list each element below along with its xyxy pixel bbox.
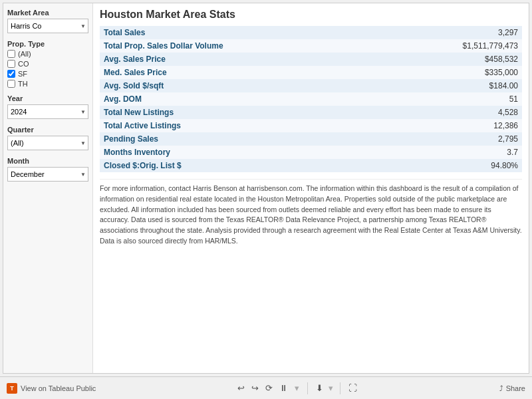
toolbar-left: T View on Tableau Public [7, 383, 96, 394]
stat-value: 94.80% [396, 159, 523, 172]
prop-type-sf-row[interactable]: SF [7, 70, 88, 78]
main-area: Market Area Harris Co Fort Bend Montgome… [3, 3, 529, 374]
stat-label: Total New Listings [100, 106, 396, 119]
prop-type-th-checkbox[interactable] [7, 80, 15, 88]
table-row: Avg. DOM51 [100, 92, 522, 106]
prop-type-sf-label: SF [18, 70, 27, 78]
share-icon: ⤴ [499, 384, 503, 392]
tableau-logo-icon: T [7, 383, 17, 394]
table-row: Total New Listings4,528 [100, 106, 522, 119]
stat-value: 2,795 [396, 132, 523, 146]
toolbar-right: ⤴ Share [499, 384, 525, 392]
stat-value: $335,000 [396, 66, 523, 79]
table-row: Pending Sales2,795 [100, 132, 522, 146]
view-on-tableau-link[interactable]: T View on Tableau Public [7, 383, 96, 394]
stat-label: Avg. Sold $/sqft [100, 79, 396, 92]
quarter-section: Quarter (All) Q1 Q2 Q3 Q4 [7, 126, 88, 150]
stat-value: 51 [396, 92, 523, 106]
page-title: Houston Market Area Stats [100, 9, 522, 21]
table-row: Avg. Sales Price$458,532 [100, 53, 522, 66]
prop-type-section: Prop. Type (All) CO SF [7, 40, 88, 88]
table-row: Closed $:Orig. List $94.80% [100, 159, 522, 172]
quarter-select[interactable]: (All) Q1 Q2 Q3 Q4 [7, 136, 88, 150]
quarter-dropdown-wrapper: (All) Q1 Q2 Q3 Q4 [7, 136, 88, 150]
stat-value: $184.00 [396, 79, 523, 92]
stats-table: Total Sales3,297Total Prop. Sales Dollar… [100, 26, 522, 172]
month-section: Month January February March April May J… [7, 157, 88, 182]
month-dropdown-wrapper: January February March April May June Ju… [7, 167, 88, 182]
prop-type-co-label: CO [18, 60, 29, 68]
undo-button[interactable]: ↩ [236, 382, 246, 394]
table-row: Total Prop. Sales Dollar Volume$1,511,77… [100, 39, 522, 53]
download-button[interactable]: ⬇ [315, 382, 325, 394]
sidebar: Market Area Harris Co Fort Bend Montgome… [3, 3, 93, 373]
redo-button[interactable]: ↪ [250, 382, 260, 394]
stat-value: 4,528 [396, 106, 523, 119]
prop-type-co-checkbox[interactable] [7, 60, 15, 68]
market-area-label: Market Area [7, 9, 88, 17]
disclaimer-text: For more information, contact Harris Ben… [100, 179, 522, 247]
fullscreen-button[interactable]: ⛶ [347, 382, 358, 394]
prop-type-all-checkbox[interactable] [7, 50, 15, 58]
main-content: Houston Market Area Stats Total Sales3,2… [93, 3, 529, 373]
stat-value: $458,532 [396, 53, 523, 66]
quarter-label: Quarter [7, 126, 88, 134]
stat-value: 3.7 [396, 146, 523, 159]
stat-label: Med. Sales Price [100, 66, 396, 79]
stat-label: Total Active Listings [100, 119, 396, 132]
app-container: Market Area Harris Co Fort Bend Montgome… [0, 0, 532, 399]
table-row: Total Active Listings12,386 [100, 119, 522, 132]
prop-type-th-row[interactable]: TH [7, 80, 88, 88]
stat-label: Closed $:Orig. List $ [100, 159, 396, 172]
year-section: Year 2024 2023 2022 2021 [7, 94, 88, 119]
share-label: Share [506, 384, 525, 392]
month-label: Month [7, 157, 88, 165]
stat-value: 3,297 [396, 26, 523, 39]
prop-type-all-label: (All) [18, 50, 31, 58]
month-select[interactable]: January February March April May June Ju… [7, 167, 88, 182]
prop-type-co-row[interactable]: CO [7, 60, 88, 68]
table-row: Med. Sales Price$335,000 [100, 66, 522, 79]
toolbar-divider-2 [340, 382, 340, 394]
stat-value: $1,511,779,473 [396, 39, 523, 53]
prop-type-th-label: TH [18, 80, 28, 88]
stat-label: Total Prop. Sales Dollar Volume [100, 39, 396, 53]
bottom-toolbar: T View on Tableau Public ↩ ↪ ⟳ ⏸ ▾ ⬇ ▾ ⛶… [0, 376, 532, 399]
prop-type-label: Prop. Type [7, 40, 88, 48]
share-button[interactable]: ⤴ Share [499, 384, 525, 392]
market-area-dropdown-wrapper: Harris Co Fort Bend Montgomery Brazoria [7, 19, 88, 33]
market-area-section: Market Area Harris Co Fort Bend Montgome… [7, 9, 88, 33]
prop-type-sf-checkbox[interactable] [7, 70, 15, 78]
stat-label: Pending Sales [100, 132, 396, 146]
stat-label: Avg. Sales Price [100, 53, 396, 66]
stat-label: Total Sales [100, 26, 396, 39]
toolbar-divider [307, 382, 308, 394]
table-row: Months Inventory3.7 [100, 146, 522, 159]
prop-type-options: (All) CO SF TH [7, 50, 88, 88]
stat-label: Avg. DOM [100, 92, 396, 106]
market-area-select[interactable]: Harris Co Fort Bend Montgomery Brazoria [7, 19, 88, 33]
revert-button[interactable]: ⟳ [264, 382, 274, 394]
table-row: Total Sales3,297 [100, 26, 522, 39]
year-dropdown-wrapper: 2024 2023 2022 2021 [7, 104, 88, 119]
prop-type-all-row[interactable]: (All) [7, 50, 88, 58]
year-label: Year [7, 94, 88, 102]
view-on-tableau-label: View on Tableau Public [21, 384, 96, 392]
year-select[interactable]: 2024 2023 2022 2021 [7, 104, 88, 119]
table-row: Avg. Sold $/sqft$184.00 [100, 79, 522, 92]
stat-value: 12,386 [396, 119, 523, 132]
toolbar-center: ↩ ↪ ⟳ ⏸ ▾ ⬇ ▾ ⛶ [236, 382, 358, 394]
pause-button[interactable]: ⏸ [278, 382, 289, 394]
stat-label: Months Inventory [100, 146, 396, 159]
